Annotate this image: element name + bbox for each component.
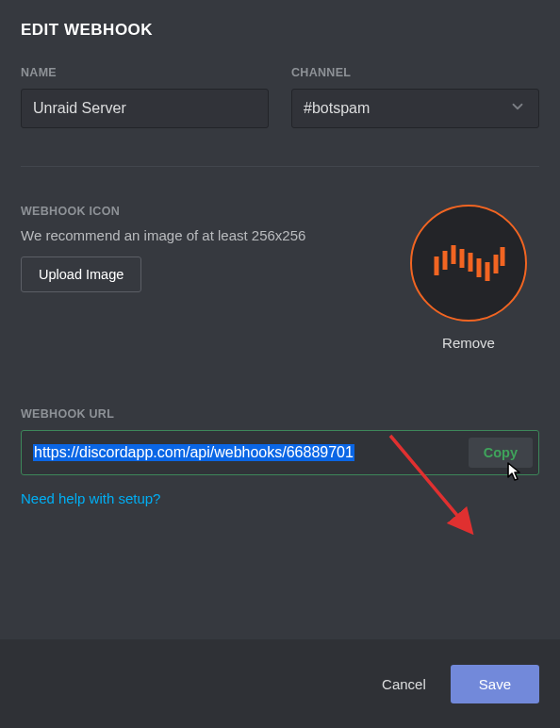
webhook-url-box: https://discordapp.com/api/webhooks/6688…	[21, 430, 539, 475]
icon-recommend-text: We recommend an image of at least 256x25…	[21, 227, 379, 243]
upload-image-button[interactable]: Upload Image	[21, 256, 141, 292]
cancel-button[interactable]: Cancel	[382, 676, 426, 692]
divider	[21, 166, 539, 167]
remove-icon-button[interactable]: Remove	[442, 335, 495, 351]
webhook-url-value: https://discordapp.com/api/webhooks/6688…	[33, 444, 354, 461]
channel-value: #botspam	[304, 100, 370, 117]
copy-button[interactable]: Copy	[469, 438, 533, 468]
channel-label: CHANNEL	[291, 66, 539, 79]
save-button[interactable]: Save	[451, 665, 539, 703]
help-link[interactable]: Need help with setup?	[21, 490, 160, 506]
modal-footer: Cancel Save	[0, 639, 560, 728]
modal-title: EDIT WEBHOOK	[21, 21, 539, 40]
channel-select[interactable]: #botspam	[291, 89, 539, 128]
webhook-url-label: WEBHOOK URL	[21, 407, 539, 421]
webhook-url-field[interactable]: https://discordapp.com/api/webhooks/6688…	[27, 437, 469, 469]
webhook-icon-label: WEBHOOK ICON	[21, 205, 379, 218]
unraid-icon	[431, 240, 506, 287]
webhook-avatar[interactable]	[410, 205, 527, 322]
name-input[interactable]	[21, 89, 269, 128]
name-label: NAME	[21, 66, 269, 79]
